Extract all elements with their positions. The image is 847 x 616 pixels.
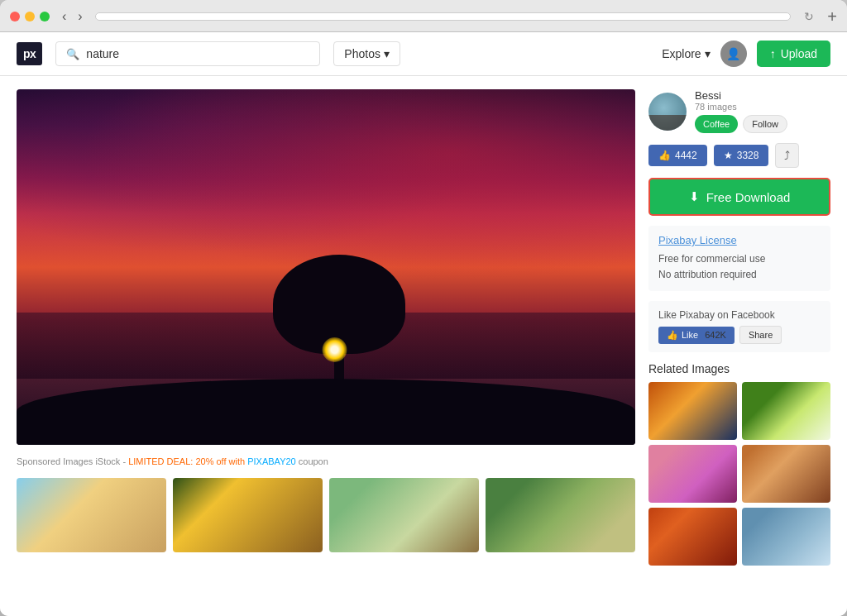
related-image-6[interactable]	[742, 508, 830, 566]
license-link[interactable]: Pixabay License	[658, 234, 737, 246]
browser-titlebar: ‹ › ↻ +	[0, 0, 847, 32]
main-content: Sponsored Images iStock - LIMITED DEAL: …	[0, 76, 847, 616]
maximize-button[interactable]	[40, 12, 50, 21]
search-input[interactable]	[86, 47, 309, 60]
site-logo[interactable]: px	[17, 42, 42, 65]
forward-button[interactable]: ›	[74, 8, 86, 25]
search-bar[interactable]: 🔍	[55, 41, 320, 66]
license-text: Free for commercial use No attribution r…	[658, 251, 821, 283]
sponsored-prefix: Sponsored Images iStock -	[17, 456, 128, 466]
sponsored-link[interactable]: LIMITED DEAL: 20% off with PIXABAY20	[128, 456, 299, 466]
photos-filter-label: Photos	[344, 47, 380, 60]
user-avatar-button[interactable]: 👤	[720, 41, 747, 67]
sponsored-deal: LIMITED DEAL: 20% off with	[128, 456, 247, 466]
address-bar[interactable]	[95, 12, 792, 21]
minimize-button[interactable]	[25, 12, 35, 21]
search-icon: 🔍	[66, 48, 79, 60]
thumbnail-2[interactable]	[173, 478, 323, 552]
download-icon: ⬇	[689, 189, 700, 204]
user-actions: Coffee Follow	[695, 115, 830, 133]
left-panel: Sponsored Images iStock - LIMITED DEAL: …	[17, 89, 635, 603]
thumbs-up-icon: 👍	[658, 150, 671, 161]
license-line1: Free for commercial use	[658, 251, 821, 267]
facebook-buttons: 👍 Like 642K Share	[658, 326, 821, 344]
thumbnail-1[interactable]	[17, 478, 166, 552]
share-icon: ⤴	[784, 149, 790, 162]
related-image-4[interactable]	[742, 445, 830, 503]
thumbnail-row	[17, 478, 635, 552]
coffee-button[interactable]: Coffee	[695, 115, 738, 133]
upload-button[interactable]: ↑ Upload	[757, 41, 830, 67]
fav-count: 3328	[737, 150, 759, 161]
share-button[interactable]: ⤴	[775, 143, 799, 168]
thumbnail-4[interactable]	[486, 478, 635, 552]
follow-button[interactable]: Follow	[743, 115, 787, 133]
sun-glow	[323, 337, 347, 362]
main-image	[17, 89, 635, 445]
traffic-lights	[10, 12, 50, 21]
new-tab-button[interactable]: +	[827, 8, 837, 25]
photos-filter-dropdown[interactable]: Photos ▾	[333, 41, 400, 66]
chevron-down-icon: ▾	[384, 47, 390, 60]
explore-button[interactable]: Explore ▾	[662, 47, 710, 60]
like-button[interactable]: 👍 4442	[648, 145, 707, 166]
avatar[interactable]	[648, 93, 687, 131]
facebook-like-button[interactable]: 👍 Like 642K	[658, 327, 735, 344]
related-section: Related Images	[648, 362, 830, 566]
thumbnail-3[interactable]	[329, 478, 479, 552]
related-image-2[interactable]	[742, 382, 830, 440]
facebook-thumb-icon: 👍	[667, 330, 678, 341]
facebook-share-button[interactable]: Share	[739, 326, 782, 344]
explore-chevron-icon: ▾	[705, 47, 711, 60]
facebook-like-count: 642K	[705, 330, 726, 340]
right-panel: Bessi 78 images Coffee Follow 👍 4442 ★ 3…	[648, 89, 830, 603]
main-image-container	[17, 89, 635, 445]
app-header: px 🔍 Photos ▾ Explore ▾ 👤 ↑ Upload	[0, 32, 847, 76]
nav-buttons: ‹ ›	[58, 8, 87, 25]
facebook-like-label: Like	[682, 330, 698, 340]
close-button[interactable]	[10, 12, 20, 21]
related-grid	[648, 382, 830, 566]
user-icon: 👤	[726, 47, 740, 60]
header-right: Explore ▾ 👤 ↑ Upload	[662, 41, 830, 67]
upload-label: Upload	[781, 47, 817, 60]
download-button[interactable]: ⬇ Free Download	[648, 178, 830, 216]
download-label: Free Download	[706, 190, 791, 204]
tree-silhouette	[273, 255, 405, 395]
action-row: 👍 4442 ★ 3328 ⤴	[648, 143, 830, 168]
related-image-5[interactable]	[648, 508, 737, 566]
browser-window: ‹ › ↻ + px 🔍 Photos ▾ Explore ▾ 👤	[0, 0, 847, 616]
related-image-1[interactable]	[648, 382, 737, 440]
related-image-3[interactable]	[648, 445, 737, 503]
license-box: Pixabay License Free for commercial use …	[648, 226, 830, 291]
user-images-count: 78 images	[695, 102, 830, 112]
favorite-button[interactable]: ★ 3328	[714, 145, 769, 166]
star-icon: ★	[724, 150, 733, 161]
explore-label: Explore	[662, 47, 701, 60]
related-title: Related Images	[648, 362, 830, 375]
license-line2: No attribution required	[658, 267, 821, 283]
like-count: 4442	[675, 150, 697, 161]
ground-hill	[17, 379, 635, 445]
facebook-title: Like Pixabay on Facebook	[658, 309, 821, 321]
sponsored-bar: Sponsored Images iStock - LIMITED DEAL: …	[17, 453, 635, 470]
sponsored-coupon: PIXABAY20	[247, 456, 296, 466]
reload-button[interactable]: ↻	[799, 10, 819, 23]
sponsored-suffix: coupon	[299, 456, 328, 466]
upload-icon: ↑	[770, 47, 776, 60]
facebook-box: Like Pixabay on Facebook 👍 Like 642K Sha…	[648, 301, 830, 352]
user-name-info: Bessi 78 images Coffee Follow	[695, 89, 830, 133]
back-button[interactable]: ‹	[58, 8, 70, 25]
user-name: Bessi	[695, 89, 830, 102]
user-info: Bessi 78 images Coffee Follow	[648, 89, 830, 133]
